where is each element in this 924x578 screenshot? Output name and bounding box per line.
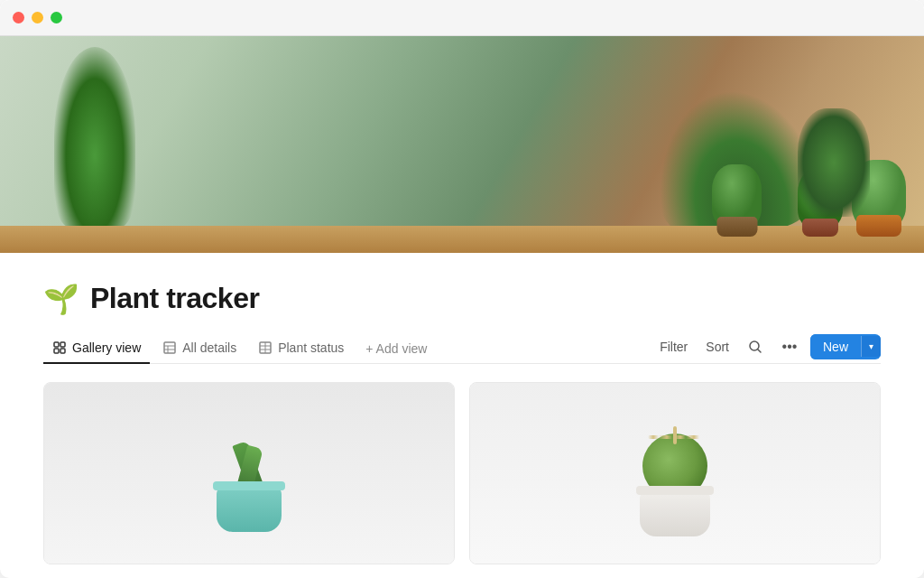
tab-all-details[interactable]: All details bbox=[153, 333, 245, 364]
decorative-pot-3 bbox=[852, 160, 906, 228]
cactus-pot bbox=[640, 491, 710, 536]
hero-banner bbox=[0, 36, 924, 253]
title-bar bbox=[0, 0, 924, 36]
filter-label: Filter bbox=[660, 340, 688, 354]
haworthia-pot bbox=[217, 487, 282, 532]
gallery-area bbox=[43, 382, 881, 564]
tab-bar: Gallery view All details bbox=[43, 333, 881, 364]
card-image-2 bbox=[470, 383, 880, 564]
chevron-down-icon: ▾ bbox=[869, 341, 873, 351]
minimize-button[interactable] bbox=[32, 12, 43, 23]
page-emoji: 🌱 bbox=[43, 284, 79, 313]
plant-illustration-haworthia bbox=[208, 415, 290, 532]
search-icon bbox=[747, 339, 763, 355]
table2-icon bbox=[258, 340, 273, 355]
add-view-label: + Add view bbox=[365, 341, 427, 356]
grid-icon bbox=[52, 340, 67, 355]
decorative-shelf bbox=[0, 226, 924, 253]
sort-button[interactable]: Sort bbox=[700, 336, 735, 358]
tab-gallery-view[interactable]: Gallery view bbox=[43, 333, 150, 364]
svg-rect-2 bbox=[54, 349, 59, 353]
new-button-group: New ▾ bbox=[810, 334, 881, 359]
decorative-pot-2 bbox=[798, 169, 843, 228]
decorative-pot-1 bbox=[712, 164, 762, 228]
decorative-plant-tall bbox=[54, 47, 135, 228]
filter-button[interactable]: Filter bbox=[654, 336, 693, 358]
main-content: 🌱 Plant tracker Gallery view bbox=[0, 253, 924, 564]
tab-plant-status-label: Plant status bbox=[278, 340, 344, 355]
svg-line-13 bbox=[758, 350, 761, 352]
new-button-chevron[interactable]: ▾ bbox=[861, 336, 881, 357]
plant-illustration-cactus bbox=[630, 410, 720, 536]
add-view-button[interactable]: + Add view bbox=[356, 334, 436, 363]
svg-rect-3 bbox=[60, 349, 65, 353]
page-title: Plant tracker bbox=[90, 282, 259, 315]
ellipsis-icon: ••• bbox=[781, 339, 798, 355]
tab-list: Gallery view All details bbox=[43, 333, 654, 363]
svg-rect-4 bbox=[164, 342, 175, 353]
tab-plant-status[interactable]: Plant status bbox=[249, 333, 353, 364]
sort-label: Sort bbox=[706, 340, 729, 354]
more-button[interactable]: ••• bbox=[776, 335, 803, 359]
maximize-button[interactable] bbox=[51, 12, 62, 23]
close-button[interactable] bbox=[13, 12, 24, 23]
tab-controls: Filter Sort ••• New ▾ bbox=[654, 334, 881, 363]
svg-rect-0 bbox=[54, 342, 59, 347]
gallery-card-2[interactable] bbox=[469, 382, 881, 564]
tab-gallery-view-label: Gallery view bbox=[72, 340, 141, 355]
table-icon bbox=[162, 340, 177, 355]
page-title-row: 🌱 Plant tracker bbox=[43, 282, 881, 315]
tab-all-details-label: All details bbox=[182, 340, 236, 355]
new-button[interactable]: New bbox=[810, 334, 861, 359]
card-image-1 bbox=[44, 383, 454, 564]
search-button[interactable] bbox=[742, 335, 769, 359]
svg-rect-1 bbox=[60, 342, 65, 347]
gallery-card-1[interactable] bbox=[43, 382, 455, 564]
